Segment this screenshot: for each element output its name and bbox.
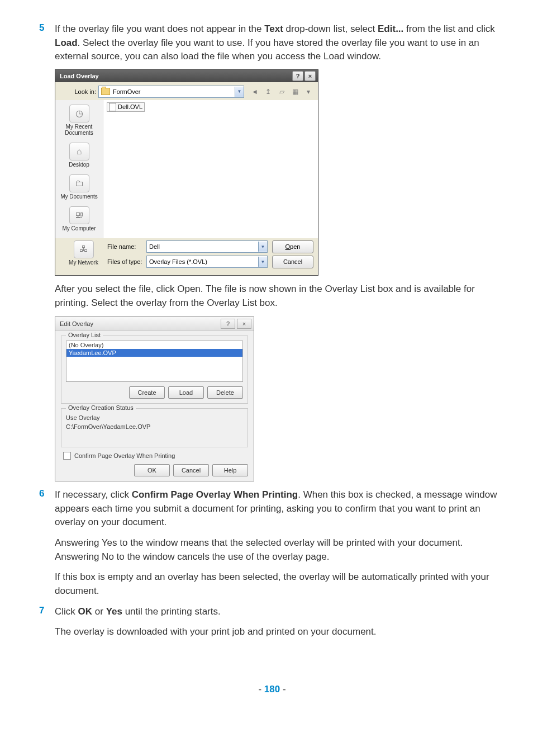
step-7-number: 7: [39, 605, 55, 619]
new-folder-icon[interactable]: ▱: [277, 87, 287, 97]
filename-value: Dell: [149, 243, 258, 250]
status-line-1: Use Overlay: [66, 413, 243, 422]
text-bold: Yes: [106, 606, 122, 617]
page-number-value: 180: [264, 684, 280, 694]
filetype-select[interactable]: Overlay Files (*.OVL) ▼: [146, 256, 268, 268]
recent-docs-icon: ◷: [69, 105, 89, 122]
step-5-text: If the overlay file you want does not ap…: [55, 22, 505, 64]
place-label: My Network: [61, 259, 106, 266]
help-button[interactable]: ?: [221, 319, 235, 329]
status-line-2: C:\FormOver\YaedamLee.OVP: [66, 422, 243, 431]
overlay-listbox[interactable]: (No Overlay) YaedamLee.OVP: [66, 341, 243, 382]
filetype-value: Overlay Files (*.OVL): [149, 258, 258, 265]
place-my-network[interactable]: 🖧 My Network: [60, 240, 107, 269]
cancel-button[interactable]: Cancel: [272, 256, 313, 268]
text-bold: Text: [264, 23, 283, 34]
text: . The file is now shown in the: [201, 284, 325, 294]
lookin-select[interactable]: FormOver ▼: [98, 86, 244, 98]
text-bold: Overlay List: [325, 284, 375, 294]
place-recent-docs[interactable]: ◷ My Recent Documents: [55, 101, 103, 139]
ok-button[interactable]: OK: [134, 464, 170, 476]
help-button[interactable]: Help: [212, 464, 248, 476]
place-label: Desktop: [56, 162, 102, 168]
place-my-computer[interactable]: 🖳 My Computer: [55, 203, 103, 235]
lookin-label: Look in:: [60, 88, 98, 95]
text-bold: Open: [177, 284, 201, 294]
step-6-para-3: If this box is empty and an overlay has …: [55, 570, 505, 598]
places-bar: ◷ My Recent Documents ⌂ Desktop 🗀 My Doc…: [55, 100, 103, 238]
folder-icon: [101, 88, 110, 95]
text: from the list and click: [403, 23, 494, 34]
text: drop-down list, select: [283, 23, 378, 34]
place-label: My Recent Documents: [56, 124, 102, 136]
overlay-list-group: Overlay List (No Overlay) YaedamLee.OVP …: [61, 336, 248, 404]
filename-label: File name:: [107, 243, 146, 250]
dialog-title: Edit Overlay: [60, 320, 93, 327]
dialog-title: Load Overlay: [60, 73, 99, 79]
page-number: - 180 -: [39, 684, 505, 695]
filename-input[interactable]: Dell ▼: [146, 240, 268, 253]
place-my-documents[interactable]: 🗀 My Documents: [55, 171, 103, 203]
file-item-name: Dell.OVL: [118, 103, 142, 110]
text-bold: Confirm Page Overlay When Printing: [132, 489, 298, 500]
text: After you select the file, click: [55, 284, 177, 294]
desktop-icon: ⌂: [69, 143, 89, 160]
documents-icon: 🗀: [69, 174, 89, 192]
step-7-para-2: The overlay is downloaded with your prin…: [55, 625, 505, 639]
open-button[interactable]: Open: [272, 240, 313, 253]
dialog-titlebar: Load Overlay ? ×: [55, 70, 318, 82]
view-menu-icon[interactable]: ▦: [290, 87, 300, 97]
edit-overlay-dialog: Edit Overlay ? × Overlay List (No Overla…: [55, 316, 254, 481]
place-label: My Computer: [56, 225, 102, 231]
place-label: My Documents: [56, 193, 102, 200]
list-item-selected[interactable]: YaedamLee.OVP: [66, 349, 242, 357]
list-item[interactable]: (No Overlay): [66, 341, 242, 349]
place-desktop[interactable]: ⌂ Desktop: [55, 139, 103, 171]
step-6-number: 6: [39, 488, 55, 530]
text: box.: [257, 297, 278, 308]
text: If the overlay file you want does not ap…: [55, 23, 264, 34]
filetype-label: Files of type:: [107, 258, 146, 265]
delete-button[interactable]: Delete: [207, 386, 243, 399]
text: If necessary, click: [55, 489, 132, 500]
text-bold: OK: [78, 606, 93, 617]
file-list-area[interactable]: Dell.OVL: [103, 100, 318, 238]
group-label: Overlay Creation Status: [66, 404, 136, 411]
text-bold: Yes: [102, 537, 117, 548]
view-menu-dd-icon[interactable]: ▾: [303, 87, 313, 97]
computer-icon: 🖳: [69, 206, 89, 224]
file-icon: [109, 103, 116, 111]
overlay-status-group: Overlay Creation Status Use Overlay C:\F…: [61, 408, 248, 447]
text-bold: Edit...: [378, 23, 403, 34]
help-button[interactable]: ?: [292, 71, 303, 81]
cancel-button[interactable]: Cancel: [173, 464, 209, 476]
lookin-value: FormOver: [113, 88, 235, 95]
text: until the printing starts.: [122, 606, 221, 617]
create-button[interactable]: Create: [129, 386, 165, 399]
network-icon: 🖧: [74, 240, 94, 258]
step-5-after-text: After you select the file, click Open. T…: [55, 282, 505, 310]
confirm-checkbox-row[interactable]: Confirm Page Overlay When Printing: [63, 452, 248, 460]
back-icon[interactable]: ◄: [250, 87, 260, 97]
load-overlay-dialog: Load Overlay ? × Look in: FormOver ▼ ◄ ↥…: [55, 69, 318, 276]
step-6-text: If necessary, click Confirm Page Overlay…: [55, 488, 505, 530]
group-label: Overlay List: [66, 332, 103, 338]
chevron-down-icon[interactable]: ▼: [258, 257, 267, 267]
load-button[interactable]: Load: [168, 386, 204, 399]
step-5-number: 5: [39, 22, 55, 64]
close-button[interactable]: ×: [304, 71, 316, 81]
text: or: [92, 606, 106, 617]
text: . Select the overlay file you want to us…: [55, 37, 479, 62]
confirm-label: Confirm Page Overlay When Printing: [74, 452, 175, 459]
chevron-down-icon[interactable]: ▼: [258, 242, 267, 252]
text-bold: Overlay List: [207, 297, 257, 308]
text-bold: Load: [55, 37, 78, 48]
checkbox-icon[interactable]: [63, 452, 71, 460]
chevron-down-icon[interactable]: ▼: [235, 87, 244, 97]
step-6-para-2: Answering Yes to the window means that t…: [55, 536, 505, 564]
text: to the window cancels the use of the ove…: [114, 551, 330, 562]
file-item[interactable]: Dell.OVL: [107, 102, 145, 112]
text-bold: No: [102, 551, 114, 562]
close-button[interactable]: ×: [237, 319, 251, 329]
up-icon[interactable]: ↥: [263, 87, 273, 97]
